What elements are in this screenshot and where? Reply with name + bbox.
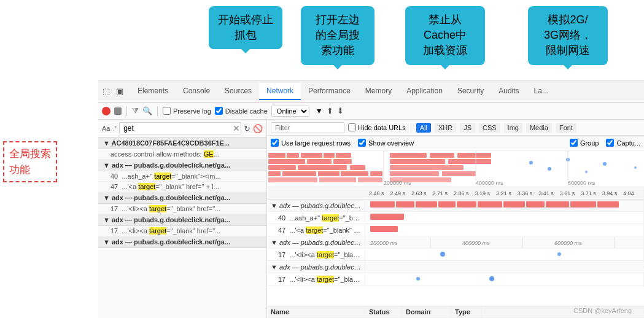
request-row-4[interactable]: 17 ...'<li><a target="_blank" href="... — [267, 273, 644, 285]
svg-rect-18 — [358, 177, 382, 182]
watermark: CSDN @keyArfeng — [573, 307, 632, 314]
request-table: 2.46 s 2.49 s 2.63 s 2.71 s 2.86 s 3.19 … — [267, 187, 644, 318]
result-group-3[interactable]: ▼ adx — pubads.g.doubleclick.net/ga... — [98, 192, 266, 204]
svg-rect-20 — [430, 153, 454, 158]
preserve-log-checkbox[interactable] — [163, 107, 171, 115]
row-name-3: 17 ...'<li><a target="_blank" href="... — [267, 250, 365, 260]
network-throttle-select[interactable]: Online — [271, 106, 309, 117]
svg-rect-57 — [503, 201, 525, 207]
target-highlight-1: target — [322, 214, 339, 222]
record-button[interactable] — [102, 107, 111, 115]
disable-cache-checkbox[interactable] — [215, 107, 223, 115]
filter-icon[interactable]: ⧩ — [132, 106, 139, 116]
search-no-button[interactable]: 🚫 — [253, 124, 263, 133]
svg-rect-3 — [324, 153, 335, 158]
type-xhr-button[interactable]: XHR — [435, 123, 456, 133]
svg-rect-63 — [370, 226, 398, 232]
result-item-3-1[interactable]: 17 ...'<li><a target="_blank" href="... — [98, 204, 266, 214]
cursor-icon[interactable]: ⬚ — [101, 86, 112, 97]
search-aa-label[interactable]: Aa — [102, 125, 110, 132]
type-img-button[interactable]: Img — [504, 123, 522, 133]
separator-1 — [126, 106, 127, 116]
type-all-button[interactable]: All — [416, 123, 431, 133]
result-item-2-2[interactable]: 47 ...'<a target="_blank" href='' + i... — [98, 182, 266, 192]
tooltip-bubble-1: 开始或停止抓包 — [209, 6, 282, 49]
device-icon[interactable]: ▣ — [114, 86, 125, 97]
result-item-2-1[interactable]: 40 ...ash_a+'' target="_blank"><im... — [98, 171, 266, 182]
svg-rect-16 — [268, 177, 317, 182]
request-row-group-1[interactable]: ▼ adx — pubads.g.doubleclick.net/ga... — [267, 200, 644, 212]
tab-audits[interactable]: Audits — [491, 83, 526, 100]
tab-application[interactable]: Application — [399, 83, 450, 100]
devtools-panel: ⬚ ▣ Elements Console Sources Network Per… — [98, 80, 644, 318]
result-item-1-1[interactable]: access-control-allow-methods: GE... — [98, 149, 266, 160]
capture-label[interactable]: Captu... — [606, 139, 640, 147]
left-annotation: 全局搜索功能 — [3, 141, 57, 182]
request-row-3[interactable]: 17 ...'<li><a target="_blank" href="... — [267, 249, 644, 261]
request-row-2[interactable]: 47 ...'<a target="_blank" href='' + i... — [267, 224, 644, 236]
svg-rect-15 — [370, 171, 382, 176]
preserve-log-label[interactable]: Preserve log — [163, 107, 211, 115]
show-overview-checkbox[interactable] — [358, 139, 366, 147]
upload-icon[interactable]: ⬆ — [327, 106, 333, 115]
svg-rect-51 — [370, 201, 395, 207]
highlight-1: GE — [204, 150, 214, 158]
svg-point-33 — [634, 166, 637, 169]
tab-security[interactable]: Security — [450, 83, 491, 100]
type-font-button[interactable]: Font — [556, 123, 576, 133]
svg-text:200000 ms: 200000 ms — [370, 240, 398, 246]
type-js-button[interactable]: JS — [460, 123, 475, 133]
svg-rect-9 — [298, 165, 347, 170]
tooltip-bubble-3: 禁止从Cache中加载资源 — [405, 6, 485, 65]
group-checkbox[interactable] — [570, 139, 578, 147]
timeline-area: 200000 ms 400000 ms 600000 ms 800000 ms … — [267, 150, 644, 187]
tab-network[interactable]: Network — [259, 83, 301, 100]
result-item-4-1[interactable]: 17 ...'<li><a target="_blank" href="... — [98, 226, 266, 236]
svg-rect-26 — [442, 171, 476, 176]
disable-cache-label[interactable]: Disable cache — [215, 107, 268, 115]
filter-separator — [411, 123, 411, 133]
group-text: Group — [580, 139, 599, 147]
tab-bar: ⬚ ▣ Elements Console Sources Network Per… — [98, 80, 644, 103]
svg-rect-12 — [282, 171, 316, 176]
use-large-rows-checkbox[interactable] — [271, 139, 279, 147]
filter-input[interactable] — [271, 122, 344, 133]
tab-console[interactable]: Console — [176, 83, 217, 100]
svg-point-75 — [440, 252, 445, 257]
search-header: Aa .* ✕ ↻ 🚫 — [98, 120, 266, 138]
result-group-1[interactable]: ▼ AC48018C07F85FAE4C9CDB36F1E... — [98, 138, 266, 149]
tab-memory[interactable]: Memory — [358, 83, 399, 100]
type-media-button[interactable]: Media — [526, 123, 552, 133]
col-header-status: Status — [365, 307, 402, 317]
result-group-4[interactable]: ▼ adx — pubads.g.doubleclick.net/ga... — [98, 214, 266, 226]
search-input-wrap: ✕ — [119, 122, 241, 134]
row-waterfall-3 — [365, 247, 644, 262]
result-group-5[interactable]: ▼ adx — pubads.g.doubleclick.net/ga... — [98, 236, 266, 248]
hide-urls-label[interactable]: Hide data URLs — [348, 123, 406, 131]
capture-checkbox[interactable] — [606, 139, 614, 147]
stop-button[interactable] — [114, 107, 122, 115]
search-clear-button[interactable]: ✕ — [233, 123, 240, 133]
tab-sources[interactable]: Sources — [217, 83, 259, 100]
show-overview-label[interactable]: Show overview — [358, 139, 414, 147]
download-icon[interactable]: ⬇ — [337, 106, 344, 115]
result-group-2[interactable]: ▼ adx — pubads.g.doubleclick.net/ga... — [98, 160, 266, 171]
hide-urls-checkbox[interactable] — [348, 123, 356, 131]
type-css-button[interactable]: CSS — [479, 123, 500, 133]
tab-elements[interactable]: Elements — [130, 83, 176, 100]
search-input[interactable] — [119, 122, 241, 134]
svg-point-28 — [529, 161, 533, 165]
search-case-icon[interactable]: .* — [112, 125, 117, 132]
disable-cache-text: Disable cache — [225, 107, 268, 115]
svg-rect-23 — [448, 159, 491, 164]
search-refresh-button[interactable]: ↻ — [244, 124, 250, 133]
group-label[interactable]: Group — [570, 139, 599, 147]
svg-text:600000 ms: 600000 ms — [568, 180, 596, 186]
tab-performance[interactable]: Performance — [301, 83, 358, 100]
tab-la[interactable]: La... — [527, 83, 556, 100]
svg-rect-5 — [268, 159, 305, 164]
search-icon[interactable]: 🔍 — [142, 106, 152, 115]
svg-rect-19 — [390, 153, 427, 158]
use-large-rows-label[interactable]: Use large request rows — [271, 139, 351, 147]
timing-label-col — [267, 192, 365, 195]
